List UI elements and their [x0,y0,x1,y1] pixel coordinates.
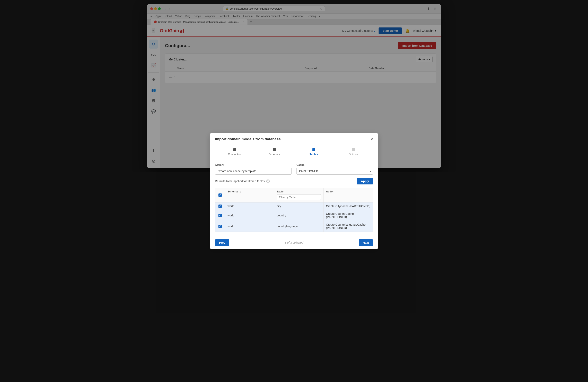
step-options: Options [334,148,373,156]
step-tables: Tables [294,148,334,156]
cache-select[interactable]: PARTITIONED REPLICATED [296,168,373,168]
step-label-connection: Connection [228,153,242,156]
step-label-schemas: Schemas [269,153,280,156]
step-label-tables: Tables [310,153,318,156]
cache-label: Cache: [296,163,373,166]
form-row: Action: Create new cache by template Upd… [215,163,373,168]
stepper: Connection Schemas Tables Options [210,145,378,159]
step-dot-schemas [273,148,276,151]
step-label-options: Options [349,153,358,156]
cache-form-group: Cache: PARTITIONED REPLICATED ▾ [296,163,373,168]
step-dot-connection [233,148,236,151]
modal-close-button[interactable]: × [371,137,373,141]
action-form-group: Action: Create new cache by template Upd… [215,163,292,168]
app-container: ≡ GridGain My Connected Clusters: 0 Star… [147,25,441,168]
cache-select-wrapper: PARTITIONED REPLICATED ▾ [296,168,373,168]
step-schemas: Schemas [254,148,294,156]
modal-header: Import domain models from database × [210,133,378,145]
modal-body: Action: Create new cache by template Upd… [210,159,378,168]
action-select[interactable]: Create new cache by template Update exis… [215,168,292,168]
step-dot-tables [313,148,315,151]
step-connection: Connection [215,148,254,156]
browser-window: ‹ › 🔒 console.gridgain.com/configuration… [147,4,441,168]
modal-title: Import domain models from database [215,137,281,141]
modal-overlay: Import domain models from database × Con… [147,4,441,168]
action-select-wrapper: Create new cache by template Update exis… [215,168,292,168]
modal: Import domain models from database × Con… [210,133,378,168]
action-label: Action: [215,163,292,166]
step-dot-options [352,148,355,151]
